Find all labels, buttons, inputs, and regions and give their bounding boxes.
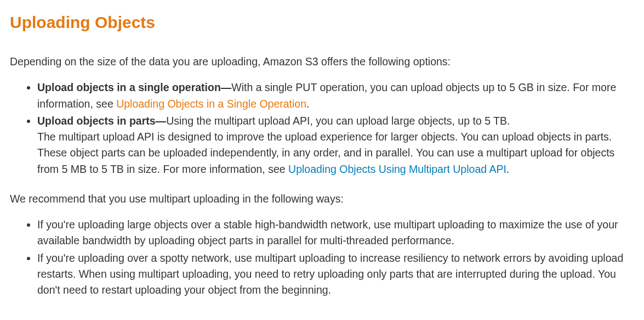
list-item: If you're uploading large objects over a…	[37, 217, 634, 249]
list-item: If you're uploading over a spotty networ…	[37, 250, 634, 299]
list-item: Upload objects in a single operation—Wit…	[37, 80, 634, 112]
page-title: Uploading Objects	[10, 10, 634, 35]
intro-paragraph: Depending on the size of the data you ar…	[10, 54, 634, 70]
options-list: Upload objects in a single operation—Wit…	[10, 80, 634, 177]
option-bold-prefix: Upload objects in parts—	[37, 115, 166, 127]
option-bold-prefix: Upload objects in a single operation—	[37, 81, 231, 93]
single-operation-link[interactable]: Uploading Objects in a Single Operation	[116, 98, 306, 110]
multipart-upload-link[interactable]: Uploading Objects Using Multipart Upload…	[288, 163, 506, 175]
recommend-intro: We recommend that you use multipart uplo…	[10, 191, 634, 207]
option-text-after: .	[506, 163, 509, 175]
option-text-after: .	[306, 98, 309, 110]
recommendations-list: If you're uploading large objects over a…	[10, 217, 634, 298]
list-item: Upload objects in parts—Using the multip…	[37, 113, 634, 177]
